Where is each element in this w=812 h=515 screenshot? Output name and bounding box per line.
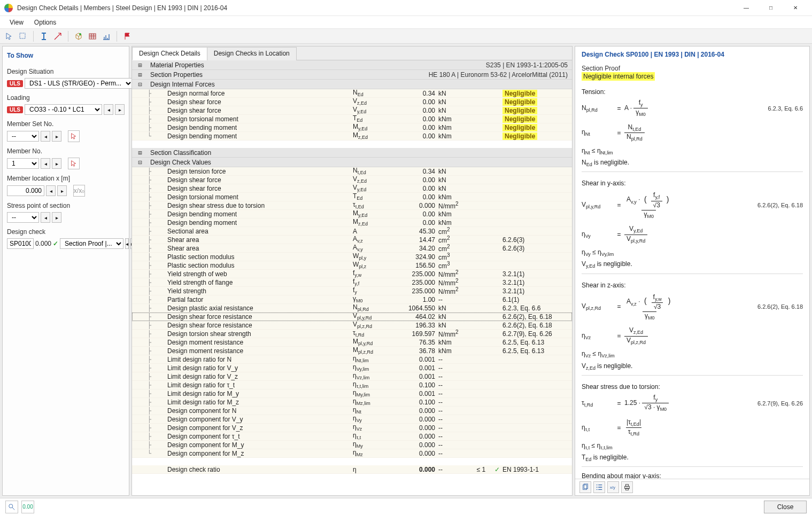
- loc-xx0-button[interactable]: x/x₀: [73, 185, 85, 197]
- data-row[interactable]: ├Plastic section modulusWpl,z156.50cm3: [132, 261, 572, 270]
- loading-next[interactable]: ▸: [115, 104, 125, 115]
- stress-label: Stress point of section: [7, 202, 125, 209]
- tool-cursor-icon[interactable]: [3, 30, 15, 42]
- memberset-next[interactable]: ▸: [52, 131, 61, 142]
- data-row[interactable]: ├Design bending momentMz,Ed0.00kNm: [132, 219, 572, 227]
- data-row[interactable]: ├Yield strength of flangefy,f235.000N/mm…: [132, 278, 572, 287]
- maximize-button[interactable]: □: [759, 0, 783, 16]
- data-row[interactable]: ├Design shear forceVy,Ed0.00kNNegligible: [132, 106, 572, 115]
- data-row[interactable]: ├Partial factorγM01.00--6.1(1): [132, 295, 572, 304]
- situation-label: Design Situation: [7, 68, 125, 75]
- section-sec[interactable]: ⊞Section PropertiesHE 180 A | Euronorm 5…: [132, 70, 572, 80]
- stress-next[interactable]: ▸: [52, 212, 61, 223]
- check-code[interactable]: [7, 238, 34, 249]
- loc-prev[interactable]: ◂: [46, 185, 56, 196]
- stress-select[interactable]: --: [7, 212, 39, 223]
- data-row[interactable]: ├Design component for NηNt0.000--: [132, 407, 572, 415]
- data-row[interactable]: ├Design moment resistanceMpl,z,Rd36.78kN…: [132, 347, 572, 355]
- data-row[interactable]: ├Design bending momentMy,Ed0.00kNm: [132, 210, 572, 219]
- data-row[interactable]: ├Design component for V_zηVz0.000--: [132, 424, 572, 432]
- menu-options[interactable]: Options: [29, 18, 61, 27]
- memberset-prev[interactable]: ◂: [41, 131, 50, 142]
- section-mat[interactable]: ⊞Material PropertiesS235 | EN 1993-1-1:2…: [132, 60, 572, 70]
- eq-sheary-neg: Vy,Ed is negligible.: [582, 260, 803, 269]
- tool-select-icon[interactable]: [17, 30, 29, 42]
- section-scl[interactable]: ⊞Section Classification: [132, 148, 572, 158]
- check-ok-icon: ✓: [53, 240, 58, 247]
- tool-arrow-icon[interactable]: [52, 30, 64, 42]
- data-row[interactable]: ├Limit design ratio for NηNt,lim0.001--: [132, 355, 572, 364]
- stress-prev[interactable]: ◂: [41, 212, 50, 223]
- tool-chart-icon[interactable]: [100, 30, 112, 42]
- data-row[interactable]: ├Limit design ratio for V_zηVz,lim0.001-…: [132, 372, 572, 381]
- check-prev[interactable]: ◂: [125, 238, 129, 249]
- data-row[interactable]: ├Design bending momentMy,Ed0.00kNmNeglig…: [132, 123, 572, 132]
- footer-search-icon[interactable]: [5, 501, 18, 513]
- section-dcv[interactable]: ⊟Design Check Values: [132, 158, 572, 167]
- data-row[interactable]: ├Design moment resistanceMpl,y,Rd76.35kN…: [132, 338, 572, 347]
- data-row[interactable]: ├Limit design ratio for V_yηVy,lim0.001-…: [132, 364, 572, 372]
- data-row[interactable]: ├Yield strength of webfy,w235.000N/mm23.…: [132, 270, 572, 278]
- right-tool-list-icon[interactable]: [593, 481, 605, 493]
- data-row[interactable]: └Design bending momentMz,Ed0.00kNmNeglig…: [132, 132, 572, 141]
- memberset-pick-icon[interactable]: [68, 130, 80, 142]
- minimize-button[interactable]: —: [734, 0, 759, 16]
- loc-next[interactable]: ▸: [57, 185, 67, 196]
- data-row[interactable]: ├Design component for M_yηMy0.000--: [132, 441, 572, 449]
- data-row[interactable]: ├Yield strengthfy235.000N/mm23.2.1(1): [132, 287, 572, 295]
- memberset-label: Member Set No.: [7, 120, 125, 128]
- tab-location[interactable]: Design Checks in Location: [207, 47, 297, 60]
- data-row[interactable]: ├Design normal forceNEd0.34kNNegligible: [132, 89, 572, 98]
- member-pick-icon[interactable]: [68, 158, 80, 169]
- data-row[interactable]: ├Design shear stress due to torsionτt,Ed…: [132, 201, 572, 210]
- tool-table-icon[interactable]: [87, 30, 98, 42]
- right-tool-copy-icon[interactable]: [579, 481, 591, 493]
- loc-input[interactable]: [7, 185, 44, 196]
- data-row[interactable]: ├Sectional areaA45.30cm2: [132, 227, 572, 236]
- data-row[interactable]: └Design component for M_zηMz0.000--: [132, 449, 572, 458]
- data-row[interactable]: ├Limit design ratio for M_zηMz,lim0.100-…: [132, 398, 572, 407]
- member-prev[interactable]: ◂: [41, 158, 50, 169]
- data-row[interactable]: ├Design tension forceNt,Ed0.34kN: [132, 167, 572, 176]
- menu-view[interactable]: View: [4, 18, 29, 27]
- tab-details[interactable]: Design Check Details: [132, 47, 207, 60]
- data-row[interactable]: ├Limit design ratio for M_yηMy,lim0.001-…: [132, 389, 572, 398]
- memberset-select[interactable]: --: [7, 131, 39, 142]
- data-row[interactable]: ├Design component for τ_tητ,t0.000--: [132, 432, 572, 441]
- tool-section-icon[interactable]: [38, 30, 50, 42]
- right-tool-print-icon[interactable]: [621, 481, 633, 493]
- loading-prev[interactable]: ◂: [104, 104, 113, 115]
- data-row[interactable]: ├Shear areaAv,y34.20cm26.2.6(3): [132, 244, 572, 253]
- close-button[interactable]: Close: [764, 501, 807, 513]
- data-row[interactable]: ├Design shear forceVz,Ed0.00kNNegligible: [132, 98, 572, 106]
- tool-flag-icon[interactable]: [121, 30, 133, 42]
- data-row[interactable]: ├Plastic section modulusWpl,y324.90cm3: [132, 253, 572, 261]
- right-toolbar: x/y: [575, 479, 809, 495]
- data-row[interactable]: ├Design torsional momentTEd0.00kNmNeglig…: [132, 115, 572, 123]
- eq-tors-ref: 6.2.7(9), Eq. 6.26: [744, 400, 803, 407]
- situation-select[interactable]: DS1 - ULS (STR/GEO) - Perm...: [25, 78, 133, 89]
- data-row[interactable]: ├Design shear force resistanceVpl,y,Rd46…: [132, 313, 572, 321]
- close-window-button[interactable]: ✕: [783, 0, 808, 16]
- section-dif[interactable]: ⊟Design Internal Forces: [132, 80, 572, 89]
- eq-sheary-title: Shear in y-axis:: [582, 180, 803, 187]
- member-next[interactable]: ▸: [52, 158, 61, 169]
- data-row[interactable]: ├Limit design ratio for τ_tητ,t,lim0.100…: [132, 381, 572, 389]
- data-row[interactable]: ├Design shear forceVz,Ed0.00kN: [132, 176, 572, 184]
- check-kind-select[interactable]: Section Proof |...: [60, 238, 123, 249]
- loading-select[interactable]: CO33 - -0.10 * LC1: [25, 104, 102, 115]
- data-row[interactable]: ├Design shear forceVy,Ed0.00kN: [132, 184, 572, 193]
- footer-decimal-icon[interactable]: 0.00: [21, 501, 34, 513]
- right-tool-eq-icon[interactable]: x/y: [607, 481, 619, 493]
- loading-label: Loading: [7, 94, 125, 102]
- data-row[interactable]: ├Design torsional momentTEd0.00kNm: [132, 193, 572, 201]
- data-row[interactable]: ├Design torsion shear strengthτt,Rd169.5…: [132, 330, 572, 338]
- data-row[interactable]: ├Design shear force resistanceVpl,z,Rd19…: [132, 321, 572, 330]
- final-row[interactable]: Design check ratioη0.000--≤ 1✓EN 1993-1-…: [132, 465, 572, 474]
- member-select[interactable]: 1: [7, 158, 39, 169]
- eq-tension-title: Tension:: [582, 88, 803, 96]
- tool-cube-icon[interactable]: [73, 30, 84, 42]
- data-row[interactable]: ├Design component for V_yηVy0.000--: [132, 415, 572, 424]
- data-row[interactable]: ├Shear areaAv,z14.47cm26.2.6(3): [132, 236, 572, 244]
- data-row[interactable]: ├Design plastic axial resistanceNpl,Rd10…: [132, 304, 572, 313]
